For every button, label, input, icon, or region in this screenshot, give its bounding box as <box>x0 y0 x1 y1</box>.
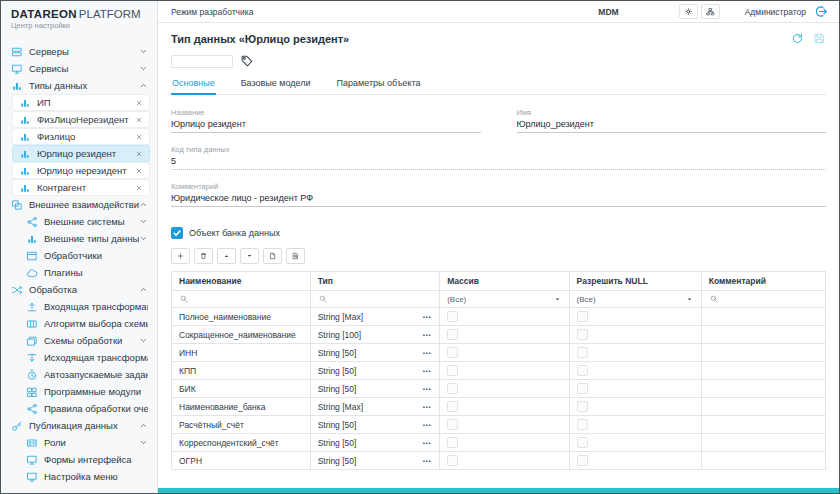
sidebar-item-kontragent[interactable]: Контрагент <box>13 180 149 195</box>
sidebar-item-external-interaction[interactable]: Внешнее взаимодействие <box>1 196 157 213</box>
name-filter-cell[interactable] <box>172 291 311 308</box>
sidebar-item-external-data-types[interactable]: Внешние типы данных <box>1 230 157 247</box>
sidebar-item-urlico-rezident[interactable]: Юрлицо резидент <box>13 146 149 161</box>
type-edit-button[interactable]: … <box>422 402 432 411</box>
close-icon[interactable] <box>135 116 143 124</box>
type-edit-button[interactable]: … <box>422 420 432 429</box>
allow-null-checkbox[interactable] <box>577 365 588 376</box>
table-row[interactable]: ИНН String [50]… <box>172 344 826 362</box>
tag-input[interactable] <box>171 55 233 68</box>
sidebar-item-data-types[interactable]: Типы данных <box>1 77 157 94</box>
type-edit-button[interactable]: … <box>422 330 432 339</box>
sidebar-item-urlico-nerezident[interactable]: Юрлицо нерезидент <box>13 163 149 178</box>
allow-null-checkbox[interactable] <box>577 383 588 394</box>
sidebar-item-servers[interactable]: Серверы <box>1 43 157 60</box>
sidebar-item-autorun-tasks[interactable]: Автозапускаемые задания <box>1 366 157 383</box>
sidebar-item-services[interactable]: Сервисы <box>1 60 157 77</box>
allow-null-checkbox[interactable] <box>577 401 588 412</box>
allow-null-checkbox[interactable] <box>577 311 588 322</box>
sidebar-item-menu-settings[interactable]: Настройка меню <box>1 468 157 485</box>
close-icon[interactable] <box>135 150 143 158</box>
column-header-2[interactable]: Массив <box>440 272 569 291</box>
allow-null-checkbox[interactable] <box>577 437 588 448</box>
allow-null-checkbox[interactable] <box>577 347 588 358</box>
table-row[interactable]: Корреспондентский_счёт String [50]… <box>172 434 826 452</box>
sidebar-item-external-systems[interactable]: Внешние системы <box>1 213 157 230</box>
type-filter-cell[interactable] <box>310 291 439 308</box>
close-icon[interactable] <box>135 133 143 141</box>
allow-null-checkbox[interactable] <box>577 455 588 466</box>
array-checkbox[interactable] <box>447 401 458 412</box>
comment-cell[interactable] <box>701 362 825 380</box>
type-edit-button[interactable]: … <box>422 438 432 447</box>
comment-cell[interactable] <box>701 434 825 452</box>
horizontal-scrollbar[interactable] <box>158 488 839 493</box>
sidebar-item-incoming-transformation[interactable]: Входящая трансформация <box>1 298 157 315</box>
array-checkbox[interactable] <box>447 365 458 376</box>
type-edit-button[interactable]: … <box>422 348 432 357</box>
array-filter-select[interactable]: (Все) <box>440 291 569 308</box>
delete-button[interactable] <box>194 248 213 264</box>
column-header-3[interactable]: Разрешить NULL <box>569 272 701 291</box>
comment-cell[interactable] <box>701 380 825 398</box>
column-header-1[interactable]: Тип <box>310 272 439 291</box>
column-header-4[interactable]: Комментарий <box>701 272 825 291</box>
close-icon[interactable] <box>135 184 143 192</box>
sidebar-item-program-modules[interactable]: Программные модули <box>1 383 157 400</box>
tab-general[interactable]: Основные <box>171 74 216 94</box>
type-edit-button[interactable]: … <box>422 456 432 465</box>
name-input[interactable]: Юрлицо_резидент <box>517 119 827 133</box>
tag-button[interactable] <box>240 54 254 68</box>
sidebar-item-fizlico-nerezident[interactable]: ФизЛицоНерезидент <box>13 112 149 127</box>
comment-cell[interactable] <box>701 344 825 362</box>
sidebar-item-processing[interactable]: Обработка <box>1 281 157 298</box>
tab-base-models[interactable]: Базовые модели <box>240 74 312 94</box>
sidebar-item-handlers[interactable]: Обработчики <box>1 247 157 264</box>
sidebar-item-schema-selection-algorithm[interactable]: Алгоритм выбора схемы <box>1 315 157 332</box>
sidebar-item-interface-forms[interactable]: Формы интерфейса <box>1 451 157 468</box>
refresh-button[interactable] <box>791 32 804 45</box>
close-icon[interactable] <box>135 99 143 107</box>
array-checkbox[interactable] <box>447 455 458 466</box>
comment-cell[interactable] <box>701 308 825 326</box>
table-row[interactable]: БИК String [50]… <box>172 380 826 398</box>
comment-input[interactable]: Юридическое лицо - резидент РФ <box>171 193 826 207</box>
sidebar-item-queue-processing-rules[interactable]: Правила обработки очередей <box>1 400 157 417</box>
copy-button[interactable] <box>263 248 282 264</box>
column-header-0[interactable]: Наименование <box>172 272 311 291</box>
allow-null-checkbox[interactable] <box>577 329 588 340</box>
logout-button[interactable] <box>812 4 829 19</box>
comment-filter-cell[interactable] <box>701 291 825 308</box>
move-up-button[interactable] <box>217 248 236 264</box>
bank-object-checkbox[interactable] <box>171 227 183 239</box>
find-button[interactable] <box>286 248 305 264</box>
sidebar-item-ip[interactable]: ИП <box>13 95 149 110</box>
table-row[interactable]: Расчётный_счёт String [50]… <box>172 416 826 434</box>
table-row[interactable]: Сокращенное_наименование String [100]… <box>172 326 826 344</box>
comment-cell[interactable] <box>701 416 825 434</box>
array-checkbox[interactable] <box>447 329 458 340</box>
sidebar-item-data-publication[interactable]: Публикация данных <box>1 417 157 434</box>
array-checkbox[interactable] <box>447 311 458 322</box>
type-edit-button[interactable]: … <box>422 384 432 393</box>
array-checkbox[interactable] <box>447 419 458 430</box>
sidebar-item-plugins[interactable]: Плагины <box>1 264 157 281</box>
move-down-button[interactable] <box>240 248 259 264</box>
sidebar-item-processing-schemes[interactable]: Схемы обработки <box>1 332 157 349</box>
table-row[interactable]: Наименование_банка String [Max]… <box>172 398 826 416</box>
allow-null-checkbox[interactable] <box>577 419 588 430</box>
add-button[interactable] <box>171 248 190 264</box>
tab-object-params[interactable]: Параметры объекта <box>336 74 422 94</box>
save-button[interactable] <box>813 32 826 45</box>
comment-cell[interactable] <box>701 326 825 344</box>
comment-cell[interactable] <box>701 398 825 416</box>
table-row[interactable]: ОГРН String [50]… <box>172 452 826 470</box>
allow-null-filter-select[interactable]: (Все) <box>569 291 701 308</box>
array-checkbox[interactable] <box>447 437 458 448</box>
settings-button[interactable] <box>679 4 698 19</box>
sidebar-item-fizlico[interactable]: Физлицо <box>13 129 149 144</box>
topology-button[interactable] <box>701 4 720 19</box>
comment-cell[interactable] <box>701 452 825 470</box>
sidebar-item-roles[interactable]: Роли <box>1 434 157 451</box>
close-icon[interactable] <box>135 167 143 175</box>
